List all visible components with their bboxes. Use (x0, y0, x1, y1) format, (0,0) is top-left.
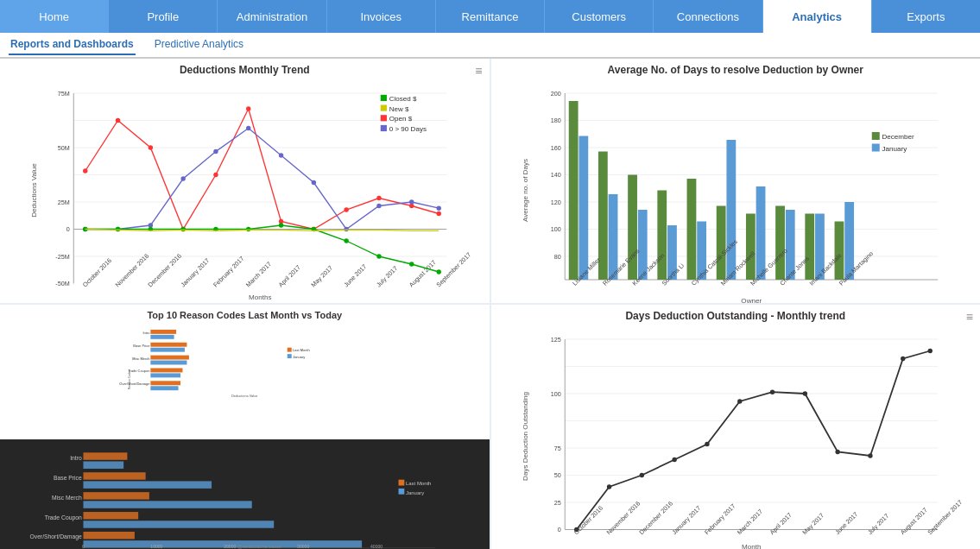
svg-text:0 > 90 Days: 0 > 90 Days (389, 125, 427, 133)
svg-text:Intro: Intro (70, 454, 82, 460)
svg-text:100: 100 (550, 225, 560, 233)
svg-point-29 (83, 168, 87, 173)
svg-rect-90 (568, 101, 578, 280)
nav-exports[interactable]: Exports (872, 0, 980, 33)
nav-connections[interactable]: Connections (654, 0, 762, 33)
svg-text:25M: 25M (58, 199, 70, 206)
svg-text:100: 100 (550, 390, 560, 398)
svg-rect-156 (83, 501, 251, 508)
svg-point-192 (705, 442, 709, 446)
svg-text:30000: 30000 (297, 543, 309, 548)
subnav-reports[interactable]: Reports and Dashboards (9, 35, 136, 55)
svg-text:February 2017: February 2017 (212, 255, 245, 288)
svg-point-38 (376, 196, 381, 200)
svg-text:40000: 40000 (370, 543, 383, 548)
svg-text:May 2017: May 2017 (800, 512, 825, 537)
svg-point-62 (376, 254, 381, 258)
svg-text:June 2017: June 2017 (833, 510, 859, 536)
svg-point-33 (213, 173, 218, 177)
svg-rect-160 (83, 540, 362, 547)
svg-text:0: 0 (66, 225, 70, 233)
svg-text:May 2017: May 2017 (309, 264, 334, 289)
svg-text:February 2017: February 2017 (703, 502, 737, 536)
svg-text:@deductions.value: @deductions.value (237, 543, 281, 548)
svg-rect-131 (150, 330, 176, 334)
svg-text:80: 80 (553, 253, 560, 261)
svg-text:120: 120 (550, 199, 560, 206)
nav-customers[interactable]: Customers (545, 0, 654, 33)
svg-text:July 2017: July 2017 (866, 512, 890, 536)
svg-text:June 2017: June 2017 (342, 262, 368, 288)
svg-rect-158 (83, 521, 274, 527)
svg-point-34 (246, 106, 250, 110)
svg-point-31 (149, 145, 153, 149)
svg-point-193 (737, 399, 742, 403)
chart1-svg: Deductions Value 75M 50M 25M 0 -25M -50M… (0, 78, 490, 303)
svg-text:Last Month: Last Month (293, 348, 309, 352)
svg-rect-96 (657, 191, 667, 281)
chart3-svg: Reason Codes Intro Base Price Misc Merch… (0, 322, 490, 438)
svg-point-40 (437, 211, 441, 216)
svg-point-63 (409, 262, 414, 266)
svg-text:January: January (882, 145, 907, 153)
chart2-title: Average No. of Days to resolve Deduction… (491, 59, 981, 78)
nav-administration[interactable]: Administration (218, 0, 326, 33)
svg-point-45 (213, 149, 218, 154)
svg-rect-67 (381, 105, 387, 111)
top10-reason-codes-panel: Top 10 Reason Codes Last Month vs Today … (0, 305, 490, 549)
nav-remittance[interactable]: Remittance (436, 0, 545, 33)
chart1-title: Deductions Monthly Trend (0, 59, 490, 78)
svg-text:July 2017: July 2017 (375, 264, 399, 288)
svg-rect-102 (745, 214, 755, 281)
svg-text:Months: Months (249, 293, 272, 301)
nav-invoices[interactable]: Invoices (327, 0, 436, 33)
svg-point-44 (180, 176, 185, 180)
svg-text:Days Deduction Outstanding: Days Deduction Outstanding (522, 392, 529, 481)
svg-text:Base Price: Base Price (133, 344, 150, 348)
days-deduction-outstanding-panel: Days Deduction Outstanding - Monthly tre… (491, 305, 981, 549)
svg-text:January: January (406, 489, 424, 495)
svg-text:Month: Month (742, 543, 761, 549)
svg-rect-91 (579, 136, 588, 281)
svg-point-198 (901, 357, 905, 361)
svg-text:Over/Short/Damage: Over/Short/Damage (119, 382, 150, 386)
svg-text:200: 200 (550, 90, 560, 98)
svg-rect-154 (83, 481, 212, 488)
svg-rect-123 (871, 144, 879, 152)
svg-rect-143 (288, 354, 292, 358)
svg-rect-108 (834, 222, 844, 281)
svg-text:April 2017: April 2017 (768, 511, 793, 536)
svg-text:Trade Coupon: Trade Coupon (45, 514, 82, 521)
svg-point-191 (672, 458, 676, 462)
svg-text:New $: New $ (389, 105, 409, 113)
svg-rect-132 (150, 343, 187, 347)
svg-rect-137 (150, 348, 185, 352)
chart1-menu-icon[interactable]: ≡ (475, 64, 482, 78)
chart4-menu-icon[interactable]: ≡ (966, 310, 973, 324)
svg-point-190 (639, 473, 643, 477)
svg-text:Owner: Owner (741, 297, 762, 303)
nav-analytics[interactable]: Analytics (763, 0, 872, 33)
svg-text:Deductions Value: Deductions Value (30, 163, 38, 218)
deductions-monthly-trend-panel: Deductions Monthly Trend ≡ Deductions Va… (0, 59, 490, 303)
nav-profile[interactable]: Profile (109, 0, 218, 33)
svg-point-48 (312, 180, 316, 185)
svg-text:August 2017: August 2017 (898, 506, 928, 536)
avg-days-deduction-panel: Average No. of Days to resolve Deduction… (491, 59, 981, 303)
svg-rect-141 (288, 348, 292, 352)
svg-rect-136 (150, 335, 174, 339)
svg-rect-106 (805, 214, 814, 281)
nav-home[interactable]: Home (0, 0, 109, 33)
svg-rect-101 (726, 140, 736, 280)
chart3-title: Top 10 Reason Codes Last Month vs Today (0, 305, 490, 322)
svg-text:December: December (882, 133, 914, 141)
svg-text:November 2016: November 2016 (114, 252, 151, 289)
svg-text:October 2016: October 2016 (572, 504, 604, 536)
subnav-predictive[interactable]: Predictive Analytics (153, 35, 245, 55)
svg-point-195 (802, 391, 806, 395)
svg-text:Misc Merch: Misc Merch (52, 494, 82, 500)
svg-rect-140 (150, 386, 178, 390)
svg-rect-69 (381, 115, 387, 121)
svg-rect-152 (83, 461, 123, 468)
top-navigation: Home Profile Administration Invoices Rem… (0, 0, 980, 33)
